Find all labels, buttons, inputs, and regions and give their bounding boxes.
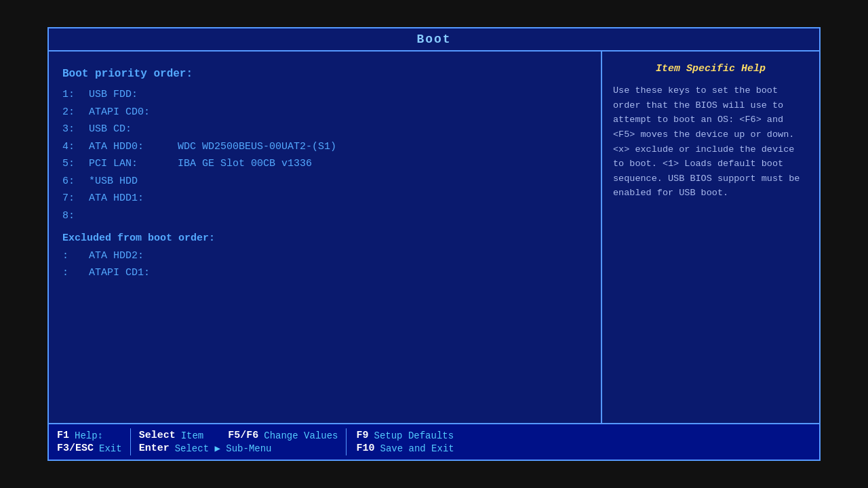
- bios-footer: F1 Help↕ F3/ESC Exit Select Item F5/F6 C…: [49, 423, 819, 460]
- enter-key[interactable]: Enter: [139, 443, 170, 454]
- boot-label: ATA HDD0:: [83, 138, 178, 156]
- bios-screen: Boot Boot priority order: 1: USB FDD: 2:…: [47, 27, 821, 461]
- enter-desc: Select ▶ Sub-Menu: [175, 443, 272, 454]
- boot-num: 5:: [62, 155, 83, 173]
- boot-item: 1: USB FDD:: [62, 86, 587, 104]
- boot-num: 7:: [62, 190, 83, 207]
- bios-content: Boot priority order: 1: USB FDD: 2: ATAP…: [49, 52, 819, 423]
- help-text: Use these keys to set the boot order tha…: [613, 83, 808, 201]
- boot-num: 3:: [62, 121, 83, 138]
- boot-items-list: 1: USB FDD: 2: ATAPI CD0: 3: USB CD: 4: …: [62, 86, 587, 224]
- boot-label: USB CD:: [83, 121, 178, 138]
- f3-desc: Exit: [99, 443, 122, 454]
- f5f6-key[interactable]: F5/F6: [228, 430, 258, 441]
- boot-order-panel: Boot priority order: 1: USB FDD: 2: ATAP…: [49, 52, 602, 423]
- excluded-num: :: [62, 264, 83, 282]
- footer-f3-row: F3/ESC Exit: [57, 443, 122, 454]
- boot-num: 8:: [62, 207, 83, 225]
- excluded-items-list: : ATA HDD2: : ATAPI CD1:: [62, 247, 587, 282]
- boot-label: *USB HDD: [83, 173, 178, 190]
- boot-item: 4: ATA HDD0: WDC WD2500BEUS-00UAT2-(S1): [62, 138, 587, 156]
- f5f6-desc: Change Values: [264, 430, 338, 441]
- boot-label: [83, 207, 178, 225]
- excluded-label: ATAPI CD1:: [83, 264, 178, 282]
- help-panel: Item Specific Help Use these keys to set…: [602, 52, 819, 423]
- select-desc: Item: [181, 430, 204, 441]
- header-title: Boot: [416, 33, 451, 46]
- excluded-label: ATA HDD2:: [83, 247, 178, 265]
- excluded-num: :: [62, 247, 83, 265]
- boot-label: USB FDD:: [83, 86, 178, 104]
- boot-item: 5: PCI LAN: IBA GE Slot 00CB v1336: [62, 155, 587, 173]
- f9-desc: Setup Defaults: [374, 430, 454, 441]
- boot-item: 3: USB CD:: [62, 121, 587, 138]
- footer-select-row: Select Item F5/F6 Change Values: [139, 430, 338, 441]
- boot-label: ATA HDD1:: [83, 190, 178, 207]
- boot-item: 8:: [62, 207, 587, 225]
- boot-item: 6: *USB HDD: [62, 173, 587, 190]
- f3-key[interactable]: F3/ESC: [57, 443, 94, 454]
- boot-num: 2:: [62, 104, 83, 121]
- boot-item: 7: ATA HDD1:: [62, 190, 587, 207]
- f10-key[interactable]: F10: [356, 443, 374, 454]
- excluded-title: Excluded from boot order:: [62, 230, 587, 247]
- footer-right: F9 Setup Defaults F10 Save and Exit: [347, 424, 463, 460]
- f10-desc: Save and Exit: [380, 443, 454, 454]
- boot-label: ATAPI CD0:: [83, 104, 178, 121]
- bios-header: Boot: [49, 28, 819, 52]
- boot-order-title: Boot priority order:: [62, 65, 587, 83]
- boot-item: 2: ATAPI CD0:: [62, 104, 587, 121]
- select-key[interactable]: Select: [139, 430, 176, 441]
- boot-num: 1:: [62, 86, 83, 104]
- footer-f9-row: F9 Setup Defaults: [356, 430, 454, 441]
- boot-detail: WDC WD2500BEUS-00UAT2-(S1): [178, 138, 336, 156]
- f9-key[interactable]: F9: [356, 430, 368, 441]
- f1-desc: Help↕: [75, 430, 103, 441]
- footer-left: F1 Help↕ F3/ESC Exit: [49, 424, 130, 460]
- footer-f10-row: F10 Save and Exit: [356, 443, 454, 454]
- boot-detail: IBA GE Slot 00CB v1336: [178, 155, 312, 173]
- boot-label: PCI LAN:: [83, 155, 178, 173]
- boot-num: 6:: [62, 173, 83, 190]
- f1-key[interactable]: F1: [57, 430, 69, 441]
- excluded-item: : ATAPI CD1:: [62, 264, 587, 282]
- help-title: Item Specific Help: [613, 61, 808, 77]
- excluded-item: : ATA HDD2:: [62, 247, 587, 265]
- footer-enter-row: Enter Select ▶ Sub-Menu: [139, 443, 338, 454]
- boot-num: 4:: [62, 138, 83, 156]
- footer-mid: Select Item F5/F6 Change Values Enter Se…: [131, 424, 347, 460]
- footer-f1-row: F1 Help↕: [57, 430, 122, 441]
